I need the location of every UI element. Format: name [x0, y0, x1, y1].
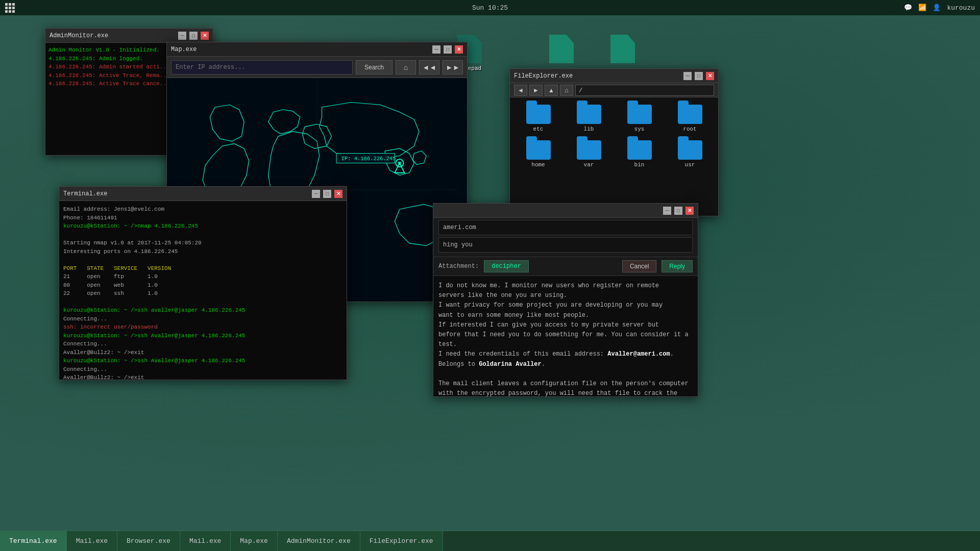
admin-controls: ─ □ ✕ [178, 32, 209, 40]
taskbar-terminal[interactable]: Terminal.exe [0, 531, 67, 551]
email-fields: ameri.com hing you [433, 218, 698, 257]
terminal-line: Starting nmap v1.0 at 2017-11-25 04:05:2… [63, 239, 342, 247]
file-titlebar: FileExplorer.exe ─ □ ✕ [510, 69, 718, 83]
topbar-right: 💬 📶 👤 kurouzu [904, 4, 975, 12]
terminal-title: Terminal.exe [63, 190, 312, 197]
map-minimize-btn[interactable]: ─ [432, 45, 440, 54]
file-maximize-btn[interactable]: □ [695, 72, 703, 80]
chat-icon[interactable]: 💬 [904, 4, 912, 12]
terminal-line [63, 298, 342, 307]
folder-icon-etc [526, 105, 551, 124]
map-search-btn[interactable]: Search [356, 60, 393, 74]
taskbar-fileexplorer[interactable]: FileExplorer.exe [360, 531, 443, 551]
admin-close-btn[interactable]: ✕ [201, 32, 209, 40]
file-title: FileExplorer.exe [514, 72, 683, 80]
terminal-line [63, 256, 342, 264]
terminal-line: Email address: Jens1@evelc.com [63, 205, 342, 214]
username: kurouzu [947, 4, 975, 12]
map-next-btn[interactable]: ►► [443, 60, 463, 74]
folder-icon-var [577, 140, 601, 160]
admin-maximize-btn[interactable]: □ [189, 32, 198, 40]
terminal-controls: ─ □ ✕ [312, 190, 342, 198]
email-attachment-btn[interactable]: decipher [484, 260, 529, 272]
email-maximize-btn[interactable]: □ [674, 207, 682, 215]
email-reply-btn[interactable]: Reply [662, 260, 693, 272]
file-close-btn[interactable]: ✕ [706, 72, 714, 80]
file-home-btn[interactable]: ⌂ [560, 85, 573, 96]
terminal-line: Connecting... [63, 340, 342, 348]
folder-label-lib: lib [584, 126, 594, 132]
folder-root[interactable]: root [667, 103, 713, 134]
email-attachment-label: Attachment: [438, 263, 479, 270]
folder-var[interactable]: var [566, 138, 612, 170]
folder-bin[interactable]: bin [616, 138, 663, 170]
map-close-btn[interactable]: ✕ [455, 45, 463, 54]
folder-sys[interactable]: sys [616, 103, 663, 134]
folder-label-bin: bin [634, 162, 645, 168]
file-forward-btn[interactable]: ► [529, 85, 543, 96]
desktop-icon-file2[interactable] [602, 35, 643, 65]
folder-icon-home [526, 140, 551, 160]
terminal-content: Email address: Jens1@evelc.com Phone: 18… [59, 201, 347, 380]
terminal-line: Connecting... [63, 315, 342, 323]
file-minimize-btn[interactable]: ─ [683, 72, 692, 80]
folder-label-etc: etc [533, 126, 544, 132]
folder-lib[interactable]: lib [566, 103, 612, 134]
map-maximize-btn[interactable]: □ [444, 45, 452, 54]
terminal-line: kurouzu@kStation: ~ />ssh avaller@jasper… [63, 306, 342, 315]
terminal-line: Phone: 184611491 [63, 214, 342, 222]
terminal-line: Avaller@Bullz2: ~ />exit [63, 348, 342, 357]
email-subject-value: hing you [443, 241, 473, 248]
topbar: Sun 10:25 💬 📶 👤 kurouzu [0, 0, 980, 15]
file1-icon [549, 35, 574, 63]
email-close-btn[interactable]: ✕ [685, 207, 694, 215]
apps-grid-icon[interactable] [5, 3, 15, 13]
admin-titlebar: AdminMonitor.exe ─ □ ✕ [45, 29, 213, 43]
folder-usr[interactable]: usr [667, 138, 713, 170]
taskbar-map[interactable]: Map.exe [231, 531, 278, 551]
taskbar-mail2[interactable]: Mail.exe [180, 531, 231, 551]
file-path: / [575, 85, 714, 96]
email-cancel-btn[interactable]: Cancel [622, 260, 656, 272]
clock: Sun 10:25 [472, 4, 508, 12]
taskbar-admin[interactable]: AdminMonitor.exe [278, 531, 360, 551]
email-body: I do not know me. I monitor new users wh… [433, 276, 698, 396]
folder-etc[interactable]: etc [515, 103, 561, 134]
email-minimize-btn[interactable]: ─ [663, 207, 671, 215]
terminal-close-btn[interactable]: ✕ [334, 190, 342, 198]
email-to-field[interactable]: ameri.com [438, 220, 693, 235]
folder-icon-usr [678, 140, 702, 160]
map-ip-input[interactable] [171, 60, 353, 74]
terminal-maximize-btn[interactable]: □ [323, 190, 331, 198]
folder-home[interactable]: home [515, 138, 561, 170]
admin-minimize-btn[interactable]: ─ [178, 32, 186, 40]
terminal-line: PORT STATE SERVICE VERSION [63, 264, 342, 273]
map-prev-btn[interactable]: ◄◄ [419, 60, 439, 74]
taskbar-mail1-label: Mail.exe [76, 537, 108, 545]
desktop-icon-file1[interactable] [541, 35, 582, 65]
file-back-btn[interactable]: ◄ [514, 85, 527, 96]
terminal-line: Connecting... [63, 365, 342, 374]
taskbar-browser-label: Browser.exe [127, 537, 170, 545]
file-up-btn[interactable]: ▲ [545, 85, 558, 96]
topbar-left [5, 3, 15, 13]
taskbar-mail1[interactable]: Mail.exe [67, 531, 117, 551]
folder-label-var: var [584, 162, 594, 168]
terminal-line: ssh: incorrect user/password [63, 323, 342, 332]
terminal-line: 21 open ftp 1.0 [63, 272, 342, 281]
terminal-line: kurouzu@kStation: ~ />nmap 4.186.226.245 [63, 222, 342, 231]
terminal-window: Terminal.exe ─ □ ✕ Email address: Jens1@… [59, 186, 347, 380]
taskbar-browser[interactable]: Browser.exe [117, 531, 180, 551]
terminal-line: 22 open ssh 1.0 [63, 289, 342, 298]
terminal-minimize-btn[interactable]: ─ [312, 190, 320, 198]
map-home-btn[interactable]: ⌂ [396, 60, 416, 74]
folder-icon-root [678, 105, 702, 124]
taskbar-map-label: Map.exe [240, 537, 268, 545]
email-body-text: I do not know me. I monitor new users wh… [438, 281, 693, 396]
folder-icon-lib [577, 105, 601, 124]
svg-text:IP: 4.186.226.245: IP: 4.186.226.245 [341, 156, 396, 162]
email-subject-field[interactable]: hing you [438, 237, 693, 253]
email-window: ─ □ ✕ ameri.com hing you Attachment: dec… [433, 203, 698, 397]
folder-label-sys: sys [634, 126, 645, 132]
terminal-line: 80 open web 1.0 [63, 281, 342, 290]
